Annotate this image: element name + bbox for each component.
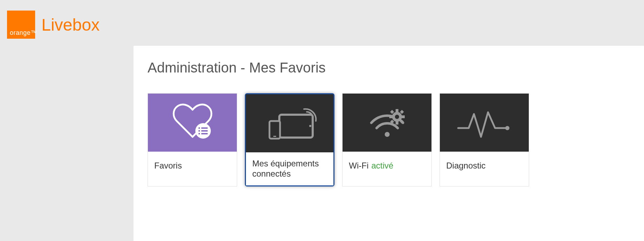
svg-point-11	[385, 132, 390, 137]
svg-rect-2	[201, 127, 208, 129]
svg-rect-16	[389, 115, 393, 118]
svg-rect-10	[273, 136, 276, 137]
tile-diagnostic-label: Diagnostic	[440, 152, 529, 180]
trademark-icon: ™	[31, 29, 37, 36]
tile-wifi-label: Wi-Fi activé	[343, 152, 431, 180]
wifi-label-prefix: Wi-Fi	[349, 161, 369, 171]
product-title: Livebox	[41, 15, 99, 34]
svg-rect-3	[199, 130, 200, 132]
tile-diagnostic[interactable]: Diagnostic	[440, 93, 529, 186]
logo-text: orange	[10, 29, 31, 36]
tile-equipements-label: Mes équipements connectés	[246, 152, 333, 185]
svg-rect-1	[199, 127, 200, 129]
tiles-row: Favoris Mes équipements connectés	[148, 93, 630, 186]
svg-point-22	[505, 126, 509, 130]
heart-list-icon	[148, 94, 237, 152]
svg-rect-17	[401, 115, 405, 118]
svg-rect-14	[396, 109, 398, 113]
pulse-icon	[440, 94, 529, 152]
main-panel: Administration - Mes Favoris Favoris	[134, 46, 644, 241]
svg-point-8	[309, 125, 311, 127]
svg-point-13	[395, 115, 399, 119]
wifi-gear-icon	[343, 94, 431, 152]
svg-rect-15	[396, 121, 398, 125]
svg-rect-5	[199, 133, 200, 134]
svg-rect-18	[390, 110, 394, 114]
tile-wifi[interactable]: Wi-Fi activé	[342, 93, 432, 186]
wifi-status: activé	[371, 161, 393, 171]
svg-rect-7	[279, 115, 313, 138]
tile-favoris-label: Favoris	[148, 152, 237, 180]
tile-favoris[interactable]: Favoris	[148, 93, 237, 186]
page-title: Administration - Mes Favoris	[148, 60, 630, 76]
svg-rect-6	[201, 133, 208, 134]
svg-rect-20	[400, 110, 404, 114]
tile-equipements[interactable]: Mes équipements connectés	[245, 93, 334, 186]
devices-icon	[246, 94, 333, 152]
svg-rect-4	[201, 130, 208, 132]
header: orange™ Livebox	[0, 0, 644, 46]
orange-logo: orange™	[7, 11, 35, 39]
